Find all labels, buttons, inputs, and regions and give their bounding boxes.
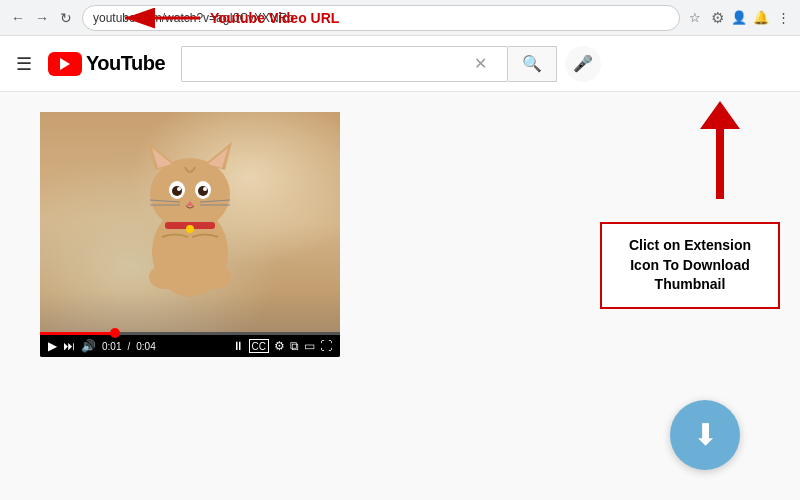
svg-point-23 bbox=[186, 225, 194, 233]
pause-button[interactable]: ⏸ bbox=[232, 339, 244, 353]
download-icon: ⬇ bbox=[693, 420, 718, 450]
menu-icon[interactable]: ⋮ bbox=[774, 9, 792, 27]
yt-logo-icon bbox=[48, 52, 82, 76]
progress-bar-track[interactable] bbox=[40, 332, 340, 335]
yt-logo[interactable]: YouTube bbox=[48, 52, 165, 76]
extension-arrow-annotation bbox=[700, 102, 740, 199]
forward-button[interactable]: → bbox=[32, 8, 52, 28]
right-controls: ⏸ CC ⚙ ⧉ ▭ ⛶ bbox=[232, 339, 332, 353]
bookmark-icon[interactable]: ☆ bbox=[686, 9, 704, 27]
next-button[interactable]: ⏭ bbox=[63, 339, 75, 353]
total-time: 0:04 bbox=[136, 341, 155, 352]
arrow-head bbox=[700, 101, 740, 129]
time-separator: / bbox=[127, 341, 130, 352]
cat-image bbox=[120, 122, 260, 302]
fullscreen-button[interactable]: ⛶ bbox=[320, 339, 332, 353]
notifications-icon[interactable]: 🔔 bbox=[752, 9, 770, 27]
search-button[interactable]: 🔍 bbox=[508, 46, 557, 82]
annotation-area: Clict on Extension Icon To Download Thum… bbox=[380, 92, 800, 500]
browser-chrome: ← → ↻ youtube.com/watch?v=agI0CvXXNRo ☆ … bbox=[0, 0, 800, 36]
instruction-box: Clict on Extension Icon To Download Thum… bbox=[600, 222, 780, 309]
yt-toolbar: ☰ YouTube ✕ 🔍 🎤 bbox=[0, 36, 800, 92]
url-text: youtube.com/watch?v=agI0CvXXNRo bbox=[93, 11, 294, 25]
video-thumbnail bbox=[40, 112, 340, 332]
settings-button[interactable]: ⚙ bbox=[274, 339, 285, 353]
theater-button[interactable]: ▭ bbox=[304, 339, 315, 353]
svg-point-13 bbox=[177, 187, 181, 191]
mic-button[interactable]: 🎤 bbox=[565, 46, 601, 82]
search-input[interactable] bbox=[194, 56, 474, 72]
svg-point-12 bbox=[198, 186, 208, 196]
svg-point-20 bbox=[149, 265, 181, 289]
nav-buttons: ← → ↻ bbox=[8, 8, 76, 28]
download-button[interactable]: ⬇ bbox=[670, 400, 740, 470]
current-time: 0:01 bbox=[102, 341, 121, 352]
hamburger-menu[interactable]: ☰ bbox=[16, 53, 32, 75]
extension-icon[interactable]: ⚙ bbox=[708, 9, 726, 27]
svg-point-21 bbox=[199, 265, 231, 289]
volume-button[interactable]: 🔊 bbox=[81, 339, 96, 353]
yt-logo-text: YouTube bbox=[86, 52, 165, 75]
instruction-text: Clict on Extension Icon To Download Thum… bbox=[629, 237, 751, 292]
clear-search-icon[interactable]: ✕ bbox=[474, 54, 487, 73]
play-button[interactable]: ▶ bbox=[48, 339, 57, 353]
svg-point-11 bbox=[172, 186, 182, 196]
reload-button[interactable]: ↻ bbox=[56, 8, 76, 28]
captions-button[interactable]: CC bbox=[249, 339, 269, 353]
video-section: ▶ ⏭ 🔊 0:01 / 0:04 ⏸ CC ⚙ ⧉ ▭ ⛶ bbox=[0, 92, 380, 500]
main-content: ▶ ⏭ 🔊 0:01 / 0:04 ⏸ CC ⚙ ⧉ ▭ ⛶ bbox=[0, 92, 800, 500]
progress-bar-fill bbox=[40, 332, 115, 335]
search-bar: ✕ bbox=[181, 46, 508, 82]
progress-scrubber[interactable] bbox=[110, 328, 120, 338]
video-container: ▶ ⏭ 🔊 0:01 / 0:04 ⏸ CC ⚙ ⧉ ▭ ⛶ bbox=[40, 112, 340, 357]
miniplayer-button[interactable]: ⧉ bbox=[290, 339, 299, 353]
profile-icon[interactable]: 👤 bbox=[730, 9, 748, 27]
svg-point-4 bbox=[150, 158, 230, 230]
address-bar[interactable]: youtube.com/watch?v=agI0CvXXNRo bbox=[82, 5, 680, 31]
video-controls: ▶ ⏭ 🔊 0:01 / 0:04 ⏸ CC ⚙ ⧉ ▭ ⛶ bbox=[40, 335, 340, 357]
svg-point-14 bbox=[203, 187, 207, 191]
browser-actions: ☆ ⚙ 👤 🔔 ⋮ bbox=[686, 9, 792, 27]
back-button[interactable]: ← bbox=[8, 8, 28, 28]
arrow-shaft bbox=[716, 129, 724, 199]
